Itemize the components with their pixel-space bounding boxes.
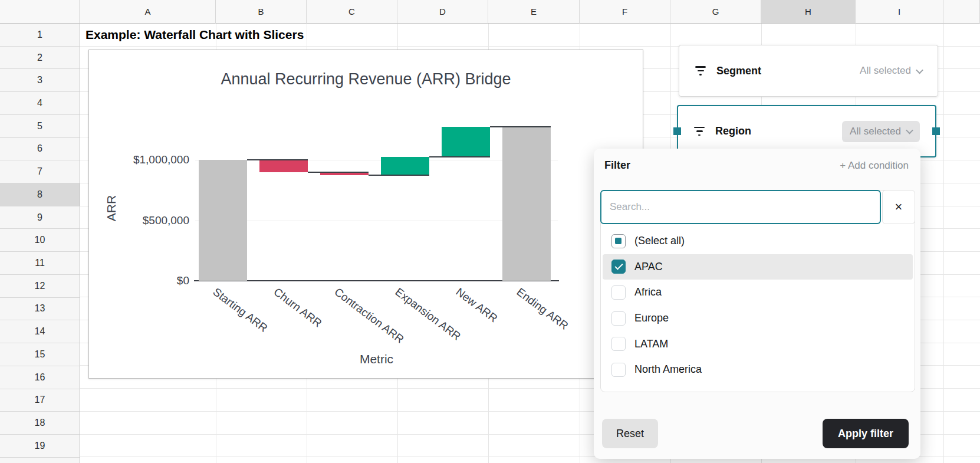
row-header-7[interactable]: 7 [0, 160, 80, 183]
row-header-14[interactable]: 14 [0, 320, 80, 343]
checkbox-unchecked[interactable] [611, 311, 626, 326]
waterfall-bar-total[interactable] [502, 127, 551, 281]
row-header-17[interactable]: 17 [0, 389, 80, 412]
column-header-H[interactable]: H [761, 0, 856, 24]
filter-options-list: (Select all)APACAfricaEuropeLATAMNorth A… [603, 228, 913, 383]
waterfall-bar-increase[interactable] [442, 127, 490, 157]
x-tick-label: Ending ARR [514, 285, 571, 333]
x-tick-label: Starting ARR [211, 285, 270, 335]
row-header-15[interactable]: 15 [0, 343, 80, 366]
column-header-I[interactable]: I [856, 0, 943, 24]
checkbox-unchecked[interactable] [611, 337, 626, 351]
row-header-6[interactable]: 6 [0, 138, 80, 161]
column-header-B[interactable]: B [216, 0, 307, 24]
chevron-down-icon[interactable] [916, 66, 923, 74]
x-tick-label: Churn ARR [271, 285, 324, 330]
sheet-corner[interactable] [0, 0, 80, 24]
filter-option-label: APAC [634, 261, 663, 273]
spreadsheet-app: ABCDEFGHI 123456789101112131415161718192… [0, 0, 980, 463]
row-header-9[interactable]: 9 [0, 206, 80, 229]
column-header-C[interactable]: C [307, 0, 397, 24]
row-header-16[interactable]: 16 [0, 366, 80, 389]
column-header-F[interactable]: F [580, 0, 670, 24]
filter-option-africa[interactable]: Africa [603, 280, 913, 306]
column-header-extra[interactable] [943, 0, 980, 24]
filter-option-apac[interactable]: APAC [603, 254, 913, 280]
slicer-resize-handle-right[interactable] [932, 127, 940, 135]
row-header-11[interactable]: 11 [0, 252, 80, 275]
x-axis-label: Metric [195, 352, 558, 366]
filter-lines-icon [695, 66, 706, 75]
column-header-G[interactable]: G [670, 0, 761, 24]
row-header-18[interactable]: 18 [0, 412, 80, 435]
row-header-12[interactable]: 12 [0, 275, 80, 298]
filter-option-label: North America [634, 363, 702, 376]
waterfall-bar-increase[interactable] [381, 157, 429, 175]
filter-option-label: (Select all) [634, 235, 685, 247]
row-header-10[interactable]: 10 [0, 229, 80, 252]
row-header-1[interactable]: 1 [0, 24, 80, 47]
slicer-segment-label: Segment [716, 65, 761, 77]
apply-filter-button[interactable]: Apply filter [823, 419, 909, 448]
row-header-13[interactable]: 13 [0, 298, 80, 321]
slicer-resize-handle-left[interactable] [673, 127, 681, 135]
chart-title: Annual Recurring Revenue (ARR) Bridge [89, 70, 643, 88]
waterfall-connector [369, 175, 429, 176]
waterfall-chart-card[interactable]: Annual Recurring Revenue (ARR) Bridge AR… [88, 50, 643, 379]
waterfall-connector [429, 156, 490, 157]
filter-popup-header: Filter + Add condition [604, 159, 909, 172]
chevron-down-icon[interactable] [906, 127, 913, 134]
checkbox-indeterminate[interactable] [611, 234, 626, 248]
filter-option-northamerica[interactable]: North America [603, 357, 913, 383]
filter-option-europe[interactable]: Europe [603, 306, 913, 331]
add-condition-button[interactable]: + Add condition [840, 160, 909, 172]
slicer-region-value: All selected [850, 126, 901, 137]
cell-a1-text: Example: Waterfall Chart with Slicers [85, 28, 304, 42]
row-header-20[interactable]: 20 [0, 458, 80, 463]
column-header-A[interactable]: A [80, 0, 216, 24]
waterfall-connector [308, 172, 369, 173]
slicer-segment[interactable]: Segment All selected [679, 45, 938, 97]
filter-popup-title: Filter [604, 159, 630, 172]
row-header-3[interactable]: 3 [0, 69, 80, 92]
x-tick-label: New ARR [453, 285, 500, 325]
search-row: × [600, 190, 915, 224]
filter-popup: Filter + Add condition × (Select all)APA… [594, 149, 920, 459]
slicer-segment-value-dropdown[interactable]: All selected [860, 65, 922, 77]
y-tick-label: $1,000,000 [89, 153, 189, 166]
waterfall-bar-total[interactable] [199, 160, 247, 281]
y-tick-label: $0 [89, 274, 189, 287]
checkbox-unchecked[interactable] [611, 285, 626, 300]
filter-option-label: Europe [634, 312, 669, 324]
waterfall-connector [490, 126, 551, 127]
filter-option-label: Africa [634, 286, 662, 298]
y-tick-label: $500,000 [89, 214, 189, 227]
grid-vline [943, 24, 944, 463]
close-icon[interactable]: × [882, 190, 915, 224]
waterfall-connector [247, 159, 308, 160]
filter-popup-footer: Reset Apply filter [602, 419, 909, 448]
checkbox-unchecked[interactable] [611, 363, 626, 377]
waterfall-bar-decrease[interactable] [259, 160, 308, 172]
row-header-5[interactable]: 5 [0, 115, 80, 138]
search-input[interactable] [600, 190, 881, 224]
checkbox-checked[interactable] [611, 260, 626, 274]
filter-option-selectall[interactable]: (Select all) [603, 228, 913, 254]
row-header-4[interactable]: 4 [0, 92, 80, 115]
filter-option-label: LATAM [634, 338, 668, 350]
reset-button[interactable]: Reset [602, 419, 658, 448]
slicer-region-label: Region [715, 125, 751, 137]
column-header-D[interactable]: D [397, 0, 488, 24]
filter-option-latam[interactable]: LATAM [603, 331, 913, 357]
row-header-19[interactable]: 19 [0, 435, 80, 458]
row-header-2[interactable]: 2 [0, 47, 80, 70]
filter-lines-icon [693, 127, 705, 136]
row-header-8[interactable]: 8 [0, 183, 80, 206]
slicer-region-value-dropdown[interactable]: All selected [842, 121, 920, 142]
filter-list-card: × (Select all)APACAfricaEuropeLATAMNorth… [600, 190, 915, 392]
slicer-segment-value: All selected [860, 65, 911, 77]
column-header-E[interactable]: E [488, 0, 580, 24]
